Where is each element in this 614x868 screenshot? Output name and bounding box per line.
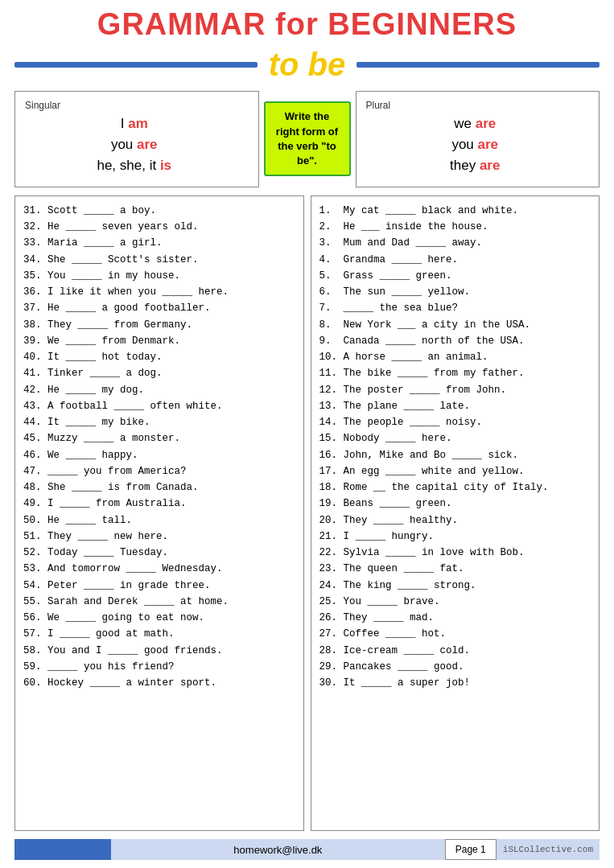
list-item: 1. My cat _____ black and white. — [319, 203, 591, 219]
list-item: 49. I _____ from Australia. — [23, 496, 295, 512]
footer-email: homework@live.dk — [111, 839, 445, 860]
list-item: 4. Grandma _____ here. — [319, 252, 591, 268]
verb-are-2: are — [476, 116, 497, 131]
exercises-row: 31. Scott _____ a boy.32. He _____ seven… — [14, 195, 600, 831]
list-item: 38. They _____ from Germany. — [23, 317, 295, 333]
list-item: 59. _____ you his friend? — [23, 659, 295, 675]
verb-am: am — [128, 116, 148, 131]
list-item: 50. He _____ tall. — [23, 512, 295, 529]
list-item: 31. Scott _____ a boy. — [23, 203, 295, 219]
title-area: GRAMMAR for BEGINNERS — [14, 8, 600, 42]
list-item: 42. He _____ my dog. — [23, 382, 295, 398]
list-item: 48. She _____ is from Canada. — [23, 479, 295, 496]
middle-box: Write the right form of the verb "to be"… — [259, 91, 356, 187]
list-item: 52. Today _____ Tuesday. — [23, 545, 295, 561]
list-item: 16. John, Mike and Bo _____ sick. — [319, 447, 591, 463]
list-item: 41. Tinker _____ a dog. — [23, 365, 295, 381]
verb-are-1: are — [137, 137, 158, 152]
blue-line-right — [356, 62, 600, 68]
title-line-row: to be — [14, 47, 600, 83]
list-item: 32. He _____ seven years old. — [23, 219, 295, 235]
plural-box: Plural we are you are they are — [356, 91, 600, 187]
plural-line-2: you are — [366, 137, 585, 153]
list-item: 58. You and I _____ good friends. — [23, 643, 295, 659]
list-item: 12. The poster _____ from John. — [319, 382, 591, 398]
list-item: 9. Canada _____ north of the USA. — [319, 333, 591, 349]
list-item: 6. The sun _____ yellow. — [319, 284, 591, 300]
list-item: 60. Hockey _____ a winter sport. — [23, 675, 295, 691]
page: GRAMMAR for BEGINNERS to be Singular I a… — [0, 0, 614, 868]
list-item: 2. He ___ inside the house. — [319, 219, 591, 235]
footer-page: Page 1 — [445, 839, 497, 860]
right-exercise-col: 1. My cat _____ black and white.2. He __… — [311, 195, 600, 831]
plural-line-3: they are — [366, 158, 585, 174]
list-item: 39. We _____ from Denmark. — [23, 333, 295, 349]
list-item: 51. They _____ new here. — [23, 529, 295, 545]
list-item: 22. Sylvia _____ in love with Bob. — [319, 545, 591, 561]
plural-label: Plural — [366, 100, 585, 111]
instruction-text: Write the right form of the verb "to be"… — [276, 110, 338, 167]
list-item: 18. Rome __ the capital city of Italy. — [319, 479, 591, 496]
list-item: 46. We _____ happy. — [23, 447, 295, 463]
list-item: 11. The bike _____ from my father. — [319, 365, 591, 381]
list-item: 56. We _____ going to eat now. — [23, 610, 295, 626]
list-item: 19. Beans _____ green. — [319, 496, 591, 512]
list-item: 26. They _____ mad. — [319, 610, 591, 626]
left-exercise-col: 31. Scott _____ a boy.32. He _____ seven… — [14, 195, 304, 831]
list-item: 13. The plane _____ late. — [319, 398, 591, 414]
title-sub: to be — [264, 47, 351, 83]
list-item: 17. An egg _____ white and yellow. — [319, 463, 591, 479]
singular-line-1: I am — [25, 116, 244, 132]
list-item: 45. Muzzy _____ a monster. — [23, 430, 295, 446]
list-item: 14. The people _____ noisy. — [319, 414, 591, 430]
singular-label: Singular — [25, 100, 244, 111]
list-item: 37. He _____ a good footballer. — [23, 300, 295, 316]
verb-are-3: are — [478, 137, 499, 152]
list-item: 27. Coffee _____ hot. — [319, 626, 591, 642]
list-item: 40. It _____ hot today. — [23, 349, 295, 365]
list-item: 53. And tomorrow _____ Wednesday. — [23, 561, 295, 577]
list-item: 23. The queen _____ fat. — [319, 561, 591, 577]
list-item: 55. Sarah and Derek _____ at home. — [23, 594, 295, 610]
singular-box: Singular I am you are he, she, it is — [14, 91, 259, 187]
list-item: 47. _____ you from America? — [23, 463, 295, 479]
footer-logo: iSLCollective.com — [497, 839, 600, 860]
list-item: 21. I _____ hungry. — [319, 529, 591, 545]
list-item: 10. A horse _____ an animal. — [319, 349, 591, 365]
list-item: 54. Peter _____ in grade three. — [23, 578, 295, 594]
list-item: 15. Nobody _____ here. — [319, 430, 591, 446]
singular-line-2: you are — [25, 137, 244, 153]
list-item: 36. I like it when you _____ here. — [23, 284, 295, 300]
list-item: 35. You _____ in my house. — [23, 268, 295, 284]
list-item: 8. New York ___ a city in the USA. — [319, 317, 591, 333]
singular-line-3: he, she, it is — [25, 158, 244, 174]
list-item: 7. _____ the sea blue? — [319, 300, 591, 316]
list-item: 34. She _____ Scott's sister. — [23, 252, 295, 268]
list-item: 43. A football _____ often white. — [23, 398, 295, 414]
verb-are-4: are — [480, 158, 501, 173]
list-item: 30. It _____ a super job! — [319, 675, 591, 691]
list-item: 57. I _____ good at math. — [23, 626, 295, 642]
grammar-section: Singular I am you are he, she, it is Wri… — [14, 91, 600, 187]
list-item: 28. Ice-cream _____ cold. — [319, 643, 591, 659]
footer-left-bar — [14, 839, 111, 860]
list-item: 25. You _____ brave. — [319, 594, 591, 610]
list-item: 33. Maria _____ a girl. — [23, 235, 295, 251]
plural-line-1: we are — [366, 116, 585, 132]
title-main: GRAMMAR for BEGINNERS — [14, 8, 600, 42]
list-item: 29. Pancakes _____ good. — [319, 659, 591, 675]
footer: homework@live.dk Page 1 iSLCollective.co… — [14, 839, 600, 860]
list-item: 20. They _____ healthy. — [319, 512, 591, 529]
verb-is: is — [160, 158, 171, 173]
list-item: 24. The king _____ strong. — [319, 578, 591, 594]
blue-line-left — [14, 62, 258, 68]
list-item: 5. Grass _____ green. — [319, 268, 591, 284]
list-item: 44. It _____ my bike. — [23, 414, 295, 430]
list-item: 3. Mum and Dad _____ away. — [319, 235, 591, 251]
instruction-card: Write the right form of the verb "to be"… — [264, 101, 351, 176]
